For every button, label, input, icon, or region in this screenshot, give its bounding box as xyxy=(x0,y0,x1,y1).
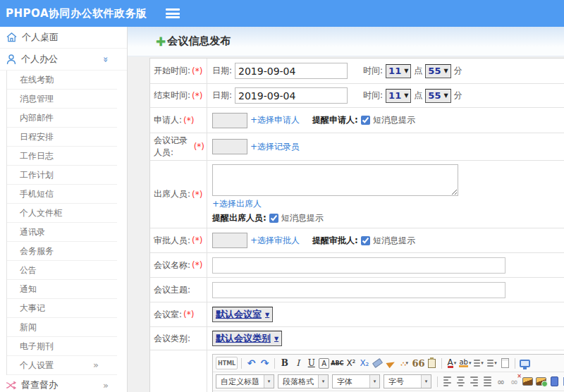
sidebar-item-personal-office[interactable]: 个人办公 » xyxy=(0,49,127,71)
select-attendees-link[interactable]: +选择出席人 xyxy=(212,198,262,210)
font-family-select[interactable]: 字体▾ xyxy=(332,374,380,388)
meeting-name-input[interactable] xyxy=(212,257,505,274)
sidebar-item-personal-file-cabinet[interactable]: 个人文件柜 xyxy=(7,204,117,223)
meeting-content-label xyxy=(150,350,207,392)
applicant-input[interactable] xyxy=(212,113,247,128)
sidebar-item-label: 督查督办 xyxy=(21,379,58,391)
sidebar-item-supervision[interactable]: 督查督办 » xyxy=(0,375,127,392)
link-icon[interactable]: ∞ xyxy=(495,375,507,388)
new-page-icon[interactable] xyxy=(499,357,511,369)
strikethrough-icon[interactable]: ABC xyxy=(331,357,343,369)
sms-label: 短消息提示 xyxy=(373,114,415,126)
sidebar-item-schedule[interactable]: 日程安排 xyxy=(7,128,117,147)
start-date-input[interactable] xyxy=(235,63,348,79)
app-title: PHPOA协同办公软件政务版 xyxy=(0,7,147,20)
clean-brush-icon[interactable] xyxy=(385,357,397,369)
sidebar-item-personal-settings[interactable]: 个人设置 » xyxy=(7,356,117,375)
hamburger-icon[interactable] xyxy=(166,8,180,18)
sidebar-item-e-journal[interactable]: 电子期刊 xyxy=(7,337,117,356)
media-icon[interactable] xyxy=(548,375,560,388)
redo-icon[interactable]: ↷ xyxy=(259,357,271,369)
applicant-sms-checkbox[interactable] xyxy=(361,116,370,125)
sidebar-item-work-log[interactable]: 工作日志 xyxy=(7,147,117,166)
paragraph-format-select[interactable]: 段落格式▾ xyxy=(278,374,329,388)
page-title: 会议信息发布 xyxy=(167,35,231,48)
sidebar-item-personal-desktop[interactable]: 个人桌面 xyxy=(0,27,127,49)
underline-button[interactable]: U xyxy=(305,357,317,369)
home-icon xyxy=(6,32,17,42)
recorder-label: 会议记录人员:(*) xyxy=(150,133,207,160)
attendees-label: 出席人员:(*) xyxy=(150,161,207,228)
image-icon[interactable] xyxy=(522,375,534,388)
undo-icon[interactable]: ↶ xyxy=(245,357,257,369)
meeting-room-select[interactable]: 默认会议室▼ xyxy=(212,307,273,322)
start-hour-select[interactable]: 11▼ xyxy=(386,64,411,78)
start-minute-select[interactable]: 55▼ xyxy=(425,64,450,78)
sidebar-item-memorabilia[interactable]: 大事记 xyxy=(7,299,117,318)
remind-attendees-label: 提醒出席人员: xyxy=(212,212,266,224)
align-center-icon[interactable] xyxy=(455,375,467,388)
format-painter-icon[interactable]: ⸫▾ xyxy=(398,357,410,369)
approver-input[interactable] xyxy=(212,233,247,248)
html-source-button[interactable]: HTML xyxy=(216,357,238,369)
sidebar-item-internal-mail[interactable]: 内部邮件 xyxy=(7,109,117,128)
time-label: 时间: xyxy=(363,65,383,77)
align-right-icon[interactable] xyxy=(468,375,480,388)
superscript-button[interactable]: X² xyxy=(345,357,357,369)
attendees-row: 出席人员:(*) +选择出席人 提醒出席人员: 短消息提示 xyxy=(150,161,564,228)
ordered-list-icon[interactable]: ▾ xyxy=(472,357,484,369)
required-marker: (*) xyxy=(194,142,204,152)
select-arrow-icon: ▼ xyxy=(274,336,278,342)
select-arrow-icon: ▼ xyxy=(404,68,408,74)
sidebar-item-message-management[interactable]: 消息管理 xyxy=(7,90,117,109)
approver-sms-checkbox[interactable] xyxy=(361,236,370,245)
end-hour-select[interactable]: 11▼ xyxy=(386,89,411,103)
sidebar-item-announcement[interactable]: 公告 xyxy=(7,261,117,280)
sidebar-item-mobile-sms[interactable]: 手机短信 xyxy=(7,185,117,204)
align-left-icon[interactable] xyxy=(441,375,453,388)
insert-image-icon[interactable] xyxy=(535,375,547,388)
sidebar-item-work-plan[interactable]: 工作计划 xyxy=(7,166,117,185)
attendees-textarea[interactable] xyxy=(212,164,458,196)
unordered-list-icon[interactable]: ▾ xyxy=(486,357,498,369)
heading-select[interactable]: 自定义标题▾ xyxy=(216,374,274,388)
rich-text-editor: HTML ↶ ↷ B I U A ABC X² X₂ xyxy=(212,354,564,392)
remind-applicant-label: 提醒申请人: xyxy=(312,114,358,126)
meeting-category-select[interactable]: 默认会议类别▼ xyxy=(212,331,282,346)
align-justify-icon[interactable] xyxy=(482,375,494,388)
select-recorder-link[interactable]: +选择记录员 xyxy=(250,141,300,153)
required-marker: (*) xyxy=(192,91,202,101)
bold-button[interactable]: B xyxy=(278,357,290,369)
chevron-right-icon: » xyxy=(93,356,99,374)
minute-unit: 分 xyxy=(454,65,462,77)
blockquote-icon[interactable]: 66 xyxy=(412,357,424,369)
sidebar: 个人桌面 个人办公 » 在线考勤 消息管理 内部邮件 日程安排 工作日志 工作计… xyxy=(0,27,128,392)
required-marker: (*) xyxy=(192,66,202,76)
add-icon: ✚ xyxy=(156,35,166,49)
font-size-select[interactable]: 字号▾ xyxy=(384,374,431,388)
unlink-icon[interactable]: ∞ xyxy=(508,375,520,388)
highlight-color-icon[interactable]: ab▾ xyxy=(459,357,471,369)
meeting-subject-input[interactable] xyxy=(212,282,505,298)
fullscreen-icon[interactable] xyxy=(519,357,531,369)
select-approver-link[interactable]: +选择审批人 xyxy=(250,235,300,247)
paste-icon[interactable] xyxy=(426,357,438,369)
italic-button[interactable]: I xyxy=(292,357,304,369)
sidebar-item-contacts[interactable]: 通讯录 xyxy=(7,223,117,242)
sidebar-item-meeting-service[interactable]: 会务服务 xyxy=(7,242,117,261)
meeting-subject-row: 会议主题: xyxy=(150,278,564,302)
required-marker: (*) xyxy=(183,116,194,125)
subscript-button[interactable]: X₂ xyxy=(358,357,370,369)
sidebar-item-news[interactable]: 新闻 xyxy=(7,318,117,337)
eraser-icon[interactable] xyxy=(372,357,384,369)
end-date-input[interactable] xyxy=(235,87,348,104)
sidebar-item-notice[interactable]: 通知 xyxy=(7,280,117,299)
font-border-button[interactable]: A xyxy=(319,358,329,369)
editor-toolbar-row1: HTML ↶ ↷ B I U A ABC X² X₂ xyxy=(213,355,564,372)
select-applicant-link[interactable]: +选择申请人 xyxy=(250,114,300,126)
recorder-input[interactable] xyxy=(212,139,247,154)
sidebar-item-online-attendance[interactable]: 在线考勤 xyxy=(7,71,117,90)
end-minute-select[interactable]: 55▼ xyxy=(425,89,450,103)
font-color-icon[interactable]: A▾ xyxy=(446,357,458,369)
attendees-sms-checkbox[interactable] xyxy=(269,214,278,223)
